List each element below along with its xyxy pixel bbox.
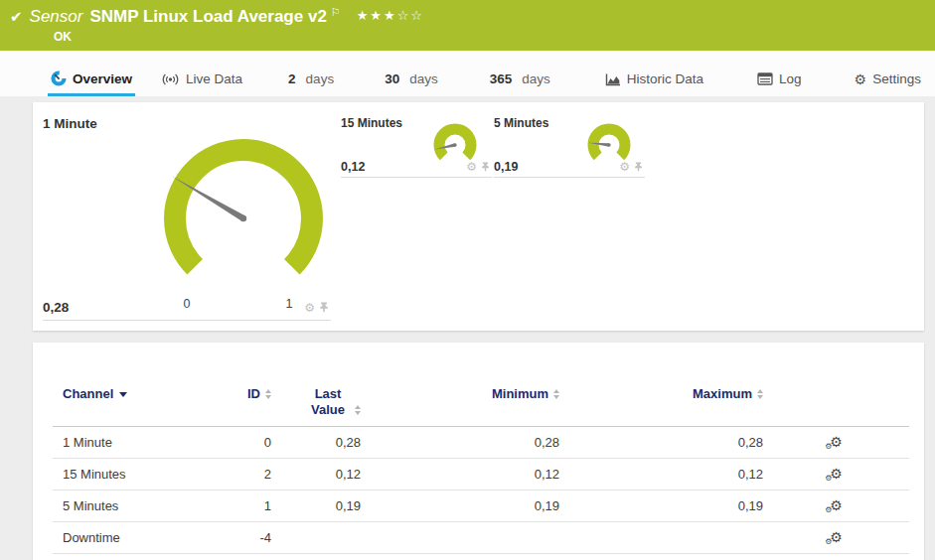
tab-historic-data[interactable]: Historic Data [602,71,706,96]
channel-name: 1 Minute [53,426,241,458]
priority-stars[interactable]: ★★★☆☆ [357,8,424,23]
sort-icon [265,389,271,399]
tab-label: days [409,71,438,86]
gauge-title: 5 Minutes [494,116,548,130]
tab-label: days [522,71,550,86]
tab-overview[interactable]: Overview [48,70,135,96]
col-header-edit [763,380,909,426]
tab-number: 30 [385,71,399,86]
channel-maximum: 0,19 [559,490,763,521]
tab-label: days [306,71,335,86]
sensor-status-badge: OK [54,30,72,44]
sort-icon [553,389,559,399]
channel-id: 2 [241,458,271,490]
sort-icon [355,405,361,415]
col-header-channel[interactable]: Channel [53,380,241,426]
gauge-dial-1-minute [149,132,338,303]
channel-minimum: 0,28 [361,426,559,458]
channel-table: Channel ID Last Value Minimum Maximum [53,380,909,554]
channel-settings-button[interactable]: ⚙⚙ [830,530,843,544]
table-row-downtime[interactable]: Downtime -4 ⚙⚙ [53,521,909,553]
gear-icon[interactable]: ⚙ [466,161,477,173]
log-icon [757,72,773,85]
table-row-5-minutes[interactable]: 5 Minutes 1 0,19 0,19 0,19 ⚙⚙ [53,490,909,521]
gauge-block-15-minutes: 15 Minutes 0,12 ⚙ [341,116,492,178]
tab-365-days[interactable]: 365 days [487,71,553,96]
sort-desc-icon [119,392,127,397]
gauge-title: 15 Minutes [341,116,402,130]
channel-maximum [559,521,763,553]
tab-number: 2 [288,71,296,86]
gear-icon: ⚙ [855,72,867,86]
channel-name: Downtime [53,521,241,553]
tab-settings[interactable]: ⚙ Settings [852,71,924,96]
channel-minimum [361,521,559,553]
channel-settings-button[interactable]: ⚙⚙ [830,435,843,449]
check-icon: ✔ [10,8,23,26]
table-row-1-minute[interactable]: 1 Minute 0 0,28 0,28 0,28 ⚙⚙ [53,426,909,458]
tab-label: Settings [872,71,921,86]
tab-30-days[interactable]: 30 days [382,71,441,96]
table-row-15-minutes[interactable]: 15 Minutes 2 0,12 0,12 0,12 ⚙⚙ [53,458,909,490]
channel-minimum: 0,19 [361,490,559,521]
gauge-block-5-minutes: 5 Minutes 0,19 ⚙ [494,116,645,178]
channel-settings-button[interactable]: ⚙⚙ [830,467,843,481]
tab-label: Log [779,71,802,86]
gauge-value: 0,19 [494,160,518,174]
tab-label: Live Data [186,71,242,86]
tab-2-days[interactable]: 2 days [285,71,337,96]
overview-gauges-panel: 1 Minute 0 1 0,28 ⚙ 15 Minutes 0,12 ⚙ 5 … [33,102,924,331]
channel-maximum: 0,28 [559,426,763,458]
pin-icon[interactable] [634,161,643,173]
tab-live-data[interactable]: Live Data [158,71,245,96]
pin-icon[interactable] [319,301,329,314]
historic-data-icon [605,72,621,86]
gauge-scale-min: 0 [180,297,194,311]
channel-name: 15 Minutes [53,458,241,490]
channels-panel: Channel ID Last Value Minimum Maximum [33,343,924,560]
channel-name: 5 Minutes [53,490,241,521]
gauge-value: 0,28 [43,300,69,315]
tab-label: Overview [73,71,132,86]
gear-icon[interactable]: ⚙ [619,161,630,173]
sensor-title: SNMP Linux Load Average v2 [89,7,326,27]
channel-id: 1 [241,490,271,521]
pin-icon[interactable] [481,161,490,173]
tab-number: 365 [490,71,513,86]
sort-icon [757,389,763,399]
gauge-title: 1 Minute [43,116,97,131]
col-header-maximum[interactable]: Maximum [559,380,763,426]
channel-minimum: 0,12 [361,458,559,490]
col-header-id[interactable]: ID [241,380,271,426]
channel-last-value: 0,19 [271,490,361,521]
gauge-icon [51,70,67,86]
sensor-header: ✔ Sensor SNMP Linux Load Average v2 ⚐ ★★… [0,0,935,51]
channel-id: -4 [241,521,271,553]
tab-log[interactable]: Log [754,71,805,96]
gear-icon[interactable]: ⚙ [304,302,315,314]
channel-id: 0 [241,426,271,458]
gauge-scale-max: 1 [282,297,296,311]
live-data-icon [161,72,180,86]
channel-last-value [271,521,361,553]
col-header-last-value[interactable]: Last Value [271,380,361,426]
flag-icon[interactable]: ⚐ [331,6,341,19]
col-header-minimum[interactable]: Minimum [361,380,559,426]
channel-last-value: 0,12 [271,458,361,490]
sensor-kind-label: Sensor [30,7,83,27]
channel-last-value: 0,28 [271,426,361,458]
gauge-value: 0,12 [341,160,365,174]
channel-maximum: 0,12 [559,458,763,490]
table-header-row: Channel ID Last Value Minimum Maximum [53,380,909,426]
tab-bar: Overview Live Data 2 days 30 days 365 da… [0,51,935,96]
tab-label: Historic Data [627,71,703,86]
channel-settings-button[interactable]: ⚙⚙ [830,498,843,512]
gauge-block-1-minute: 1 Minute 0 1 0,28 ⚙ [43,114,331,321]
